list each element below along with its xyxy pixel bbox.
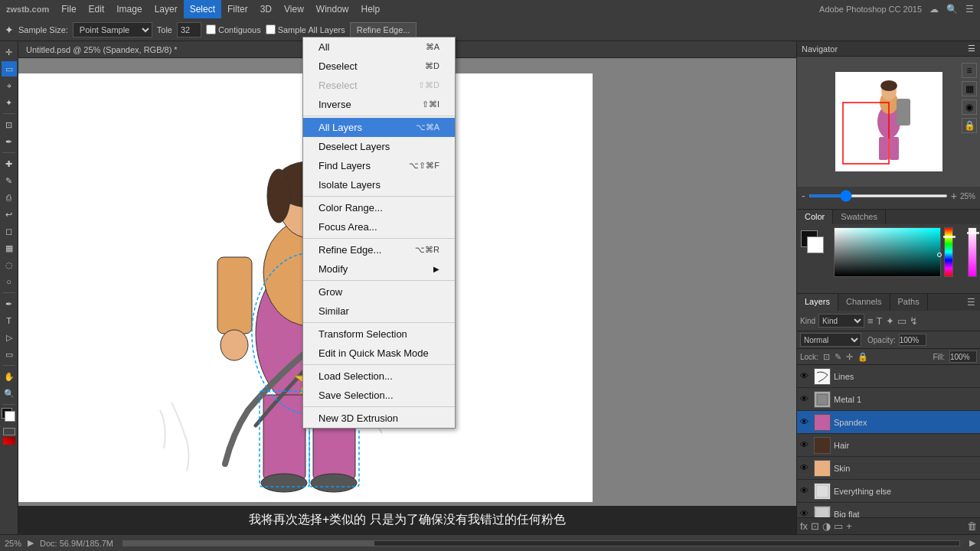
layer-item[interactable]: 👁 Spandex (797, 411, 980, 434)
layer-visibility-icon[interactable]: 👁 (800, 371, 811, 382)
menu-3d[interactable]: 3D (254, 0, 278, 18)
menu-image[interactable]: Image (110, 0, 148, 18)
blending-mode-select[interactable]: Normal Multiply Screen (800, 333, 861, 347)
layer-icon-4[interactable]: ▭ (897, 315, 906, 327)
layer-mask-button[interactable]: ⊡ (811, 520, 819, 532)
menu-icon[interactable]: ☰ (965, 4, 974, 15)
layer-item[interactable]: 👁 Lines (797, 365, 980, 388)
layer-visibility-icon[interactable]: 👁 (800, 417, 811, 428)
menu-window[interactable]: Window (310, 0, 355, 18)
nav-icon-4[interactable]: 🔒 (962, 118, 977, 133)
menu-isolate-layers[interactable]: Isolate Layers (303, 175, 455, 194)
layer-thumbnail (814, 437, 831, 454)
menu-items: File Edit Image Layer Select Filter 3D V… (55, 0, 386, 18)
layer-fx-button[interactable]: fx (800, 520, 808, 532)
menu-file[interactable]: File (55, 0, 82, 18)
layer-icon-2[interactable]: T (877, 315, 883, 327)
nav-zoom-plus[interactable]: + (951, 190, 957, 202)
layer-thumbnail (814, 414, 831, 431)
menu-view[interactable]: View (278, 0, 310, 18)
background-swatch[interactable] (807, 236, 824, 253)
menu-color-range[interactable]: Color Range... (303, 198, 455, 217)
nav-icon-2[interactable]: ▦ (962, 81, 977, 96)
menu-all[interactable]: All ⌘A (303, 37, 455, 57)
layer-visibility-icon[interactable]: 👁 (800, 440, 811, 451)
layer-group-button[interactable]: ▭ (834, 520, 843, 532)
layer-visibility-icon[interactable]: 👁 (800, 486, 811, 497)
hue-bar[interactable] (944, 227, 953, 277)
lock-position-icon[interactable]: ✛ (846, 352, 853, 362)
layer-item[interactable]: 👁 Metal 1 (797, 388, 980, 411)
color-panel-tabs: Color Swatches (797, 210, 980, 224)
menu-deselect[interactable]: Deselect ⌘D (303, 57, 455, 76)
nav-zoom-minus[interactable]: - (802, 190, 805, 202)
layer-new-button[interactable]: + (846, 520, 852, 532)
tab-channels[interactable]: Channels (838, 294, 890, 311)
menu-transform-selection[interactable]: Transform Selection (303, 324, 455, 344)
status-scroll-bar[interactable] (122, 540, 960, 546)
menu-similar[interactable]: Similar (303, 302, 455, 321)
menu-focus-area[interactable]: Focus Area... (303, 217, 455, 236)
layer-icon-5[interactable]: ↯ (910, 315, 918, 327)
tab-swatches[interactable]: Swatches (833, 210, 886, 224)
menu-all-layers[interactable]: All Layers ⌥⌘A (303, 118, 455, 137)
status-zoom-icon[interactable]: ▶ (28, 538, 34, 548)
layer-item[interactable]: 👁 Skin (797, 457, 980, 480)
color-gradient-area[interactable] (834, 227, 941, 277)
layer-adjust-button[interactable]: ◑ (822, 520, 831, 532)
menu-layer[interactable]: Layer (149, 0, 184, 18)
nav-icon-3[interactable]: ◉ (962, 99, 977, 115)
hue-indicator (943, 236, 956, 238)
layer-kind-select[interactable]: Kind (818, 314, 864, 328)
menu-refine-edge[interactable]: Refine Edge... ⌥⌘R (303, 240, 455, 259)
layer-visibility-icon[interactable]: 👁 (800, 394, 811, 405)
menu-new-3d-extrusion[interactable]: New 3D Extrusion (303, 409, 455, 428)
layer-item[interactable]: 👁 Big flat (797, 503, 980, 517)
menu-filter[interactable]: Filter (221, 0, 254, 18)
search-icon[interactable]: 🔍 (946, 4, 958, 15)
menu-inverse[interactable]: Inverse ⇧⌘I (303, 95, 455, 114)
menu-deselect-layers-label: Deselect Layers (318, 141, 390, 152)
menu-help[interactable]: Help (355, 0, 387, 18)
lock-image-icon[interactable]: ✎ (835, 352, 841, 362)
dropdown-overlay: All ⌘A Deselect ⌘D Reselect ⇧⌘D Inverse … (0, 18, 796, 534)
layer-icon-1[interactable]: ≡ (867, 315, 874, 327)
opacity-row: Normal Multiply Screen Opacity: (797, 331, 980, 349)
layer-item[interactable]: 👁 Hair (797, 434, 980, 457)
tab-color[interactable]: Color (797, 210, 833, 224)
menu-load-selection[interactable]: Load Selection... (303, 367, 455, 386)
menu-modify[interactable]: Modify ▶ (303, 259, 455, 279)
nav-zoom-slider[interactable] (808, 194, 948, 197)
svg-point-27 (880, 80, 897, 91)
tab-layers[interactable]: Layers (797, 294, 838, 311)
menu-select[interactable]: Select (184, 0, 221, 18)
layer-visibility-icon[interactable]: 👁 (800, 463, 811, 474)
menu-grow[interactable]: Grow (303, 282, 455, 302)
lock-all-icon[interactable]: 🔒 (858, 352, 868, 362)
fill-label: Fill: (933, 353, 945, 361)
layer-delete-button[interactable]: 🗑 (967, 520, 977, 532)
menu-edit-quick-mask[interactable]: Edit in Quick Mask Mode (303, 344, 455, 363)
nav-icon-1[interactable]: ≡ (962, 63, 977, 78)
layer-icon-3[interactable]: ✦ (886, 315, 894, 327)
navigator-menu-icon[interactable]: ☰ (968, 44, 975, 54)
menu-edit[interactable]: Edit (83, 0, 111, 18)
fill-input[interactable] (949, 350, 977, 363)
lock-transparent-icon[interactable]: ⊡ (823, 352, 830, 362)
layers-tabs: Layers Channels Paths ☰ (797, 294, 980, 311)
status-bar: 25% ▶ Doc: 56.9M/185.7M ▶ (0, 534, 980, 551)
menu-deselect-layers[interactable]: Deselect Layers (303, 137, 455, 156)
opacity-input[interactable] (899, 334, 926, 346)
layer-item[interactable]: 👁 Everything else (797, 480, 980, 503)
opacity-bar[interactable] (968, 227, 977, 277)
tab-paths[interactable]: Paths (890, 294, 928, 311)
layers-panel-menu[interactable]: ☰ (962, 294, 980, 311)
svg-point-34 (816, 439, 828, 448)
status-right-arrow[interactable]: ▶ (969, 538, 975, 548)
menu-reselect[interactable]: Reselect ⇧⌘D (303, 76, 455, 95)
menu-find-layers[interactable]: Find Layers ⌥⇧⌘F (303, 156, 455, 175)
menu-save-selection[interactable]: Save Selection... (303, 386, 455, 405)
layer-thumbnail (814, 460, 831, 477)
layer-visibility-icon[interactable]: 👁 (800, 509, 811, 518)
svg-point-33 (816, 416, 828, 429)
